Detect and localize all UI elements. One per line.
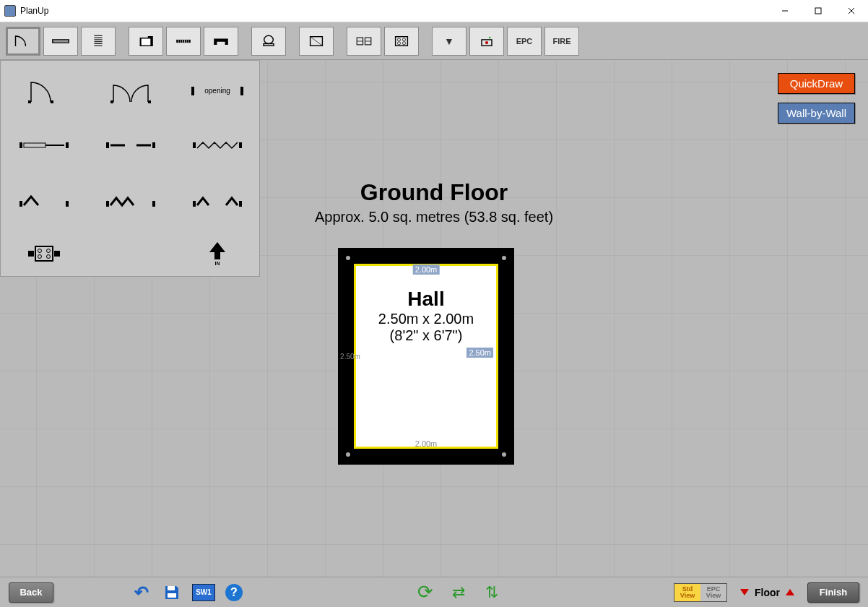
grid-block-tool-button[interactable] [166, 27, 201, 56]
room-name: Hall [378, 288, 474, 311]
stairs-tool-button[interactable] [81, 27, 116, 56]
symbol-bifold-double[interactable] [174, 172, 261, 226]
svg-point-64 [38, 254, 42, 258]
maximize-button[interactable] [802, 0, 835, 22]
symbol-bifold-zigzag[interactable] [87, 172, 174, 226]
dim-right[interactable]: 2.50m [466, 348, 493, 358]
svg-point-34 [485, 41, 488, 44]
epc-tool-button[interactable]: EPC [507, 27, 542, 56]
floor-nav-label: Floor [755, 587, 780, 598]
door-tool-button[interactable] [6, 27, 40, 56]
svg-rect-43 [19, 142, 22, 148]
svg-rect-1 [815, 8, 821, 14]
svg-point-31 [397, 41, 400, 44]
sw1-button[interactable]: SW1 [192, 584, 215, 601]
svg-text:opening: opening [204, 87, 230, 95]
symbol-double-door[interactable] [87, 64, 174, 118]
svg-rect-52 [239, 142, 242, 148]
view-toggle[interactable]: StdView EPCView [674, 583, 727, 602]
svg-point-35 [489, 36, 491, 38]
help-button[interactable]: ? [225, 584, 243, 601]
svg-line-23 [311, 36, 323, 46]
svg-rect-69 [168, 593, 176, 598]
svg-point-62 [38, 249, 42, 252]
svg-rect-39 [148, 100, 151, 103]
svg-rect-12 [142, 38, 151, 45]
minimize-button[interactable] [768, 0, 802, 22]
main-toolbar: ▼ EPC FIRE [0, 22, 868, 60]
svg-point-63 [47, 249, 51, 252]
flip-horizontal-button[interactable]: ⇄ [448, 583, 469, 602]
svg-point-30 [402, 38, 405, 40]
close-button[interactable] [835, 0, 868, 22]
hob-tool-button[interactable] [384, 27, 419, 56]
window-title: PlanUp [20, 6, 48, 16]
svg-rect-55 [106, 201, 109, 207]
undo-button[interactable]: ↶ [131, 583, 152, 602]
corner-handle[interactable] [502, 452, 506, 457]
finish-button[interactable]: Finish [807, 582, 859, 603]
bath-tool-button[interactable] [251, 27, 286, 56]
svg-rect-59 [28, 251, 34, 257]
svg-rect-56 [152, 201, 155, 207]
dim-bottom[interactable]: 2.00m [415, 439, 438, 448]
app-icon [4, 5, 16, 17]
floor-down-icon[interactable] [740, 589, 749, 595]
save-button[interactable] [162, 583, 182, 602]
svg-point-65 [47, 254, 51, 258]
svg-rect-68 [168, 586, 175, 590]
svg-rect-45 [24, 143, 45, 147]
std-view-button[interactable]: StdView [674, 584, 700, 601]
symbol-folding-door[interactable] [174, 118, 261, 172]
corner-handle[interactable] [346, 452, 350, 457]
svg-text:IN: IN [215, 261, 220, 266]
title-bar: PlanUp [0, 0, 868, 22]
room-outline-tool-button[interactable] [129, 27, 163, 56]
svg-rect-58 [239, 201, 242, 207]
quickdraw-button[interactable]: QuickDraw [778, 73, 855, 94]
dim-left[interactable]: 2.50m [340, 353, 360, 361]
window-tool-button[interactable] [43, 27, 78, 56]
room-shape[interactable]: 2.00m 2.00m 2.50m 2.50m Hall 2.50m x 2.0… [338, 248, 514, 465]
room-dims-imperial: (8'2" x 6'7") [378, 327, 474, 344]
symbol-gap-door[interactable] [87, 118, 174, 172]
floor-title: Ground Floor [315, 179, 553, 206]
floor-subtitle: Approx. 5.0 sq. metres (53.8 sq. feet) [315, 209, 553, 225]
corner-handle[interactable] [346, 256, 350, 260]
svg-rect-38 [110, 100, 113, 103]
svg-rect-37 [51, 100, 53, 103]
back-button[interactable]: Back [9, 582, 53, 603]
floor-up-icon[interactable] [786, 589, 794, 595]
floor-nav[interactable]: Floor [740, 587, 794, 598]
symbol-electrical-box[interactable] [1, 226, 87, 280]
panel-tool-button[interactable] [299, 27, 334, 56]
furniture-tool-button[interactable] [204, 27, 238, 56]
fire-tool-button[interactable]: FIRE [544, 27, 579, 56]
corner-handle[interactable] [502, 256, 506, 260]
symbols-panel: opening IN [0, 60, 260, 277]
svg-rect-40 [191, 87, 194, 95]
svg-rect-21 [264, 43, 274, 46]
canvas-area[interactable]: opening IN [0, 60, 868, 577]
svg-rect-41 [240, 87, 243, 95]
svg-point-29 [397, 38, 400, 40]
flip-vertical-button[interactable]: ⇅ [482, 583, 502, 602]
symbol-opening[interactable]: opening [174, 64, 261, 118]
dim-top[interactable]: 2.00m [413, 264, 440, 275]
room-dims-metric: 2.50m x 2.00m [378, 311, 474, 327]
room-label[interactable]: Hall 2.50m x 2.00m (8'2" x 6'7") [378, 288, 474, 344]
more-dropdown-button[interactable]: ▼ [432, 27, 466, 56]
mirrored-tool-button[interactable] [347, 27, 381, 56]
bottom-bar: Back ↶ SW1 ? ⟳ ⇄ ⇅ StdView EPCView [0, 577, 868, 607]
symbol-single-door[interactable] [1, 64, 87, 118]
rotate-button[interactable]: ⟳ [415, 583, 435, 602]
symbol-entrance-arrow[interactable]: IN [174, 226, 261, 280]
svg-point-20 [264, 35, 274, 43]
svg-rect-53 [19, 201, 22, 207]
symbol-sliding-door[interactable] [1, 118, 87, 172]
camera-tool-button[interactable] [469, 27, 504, 56]
epc-view-button[interactable]: EPCView [700, 584, 726, 601]
wallbywall-button[interactable]: Wall-by-Wall [778, 103, 855, 124]
symbol-bifold-single[interactable] [1, 172, 87, 226]
svg-point-32 [402, 41, 405, 44]
